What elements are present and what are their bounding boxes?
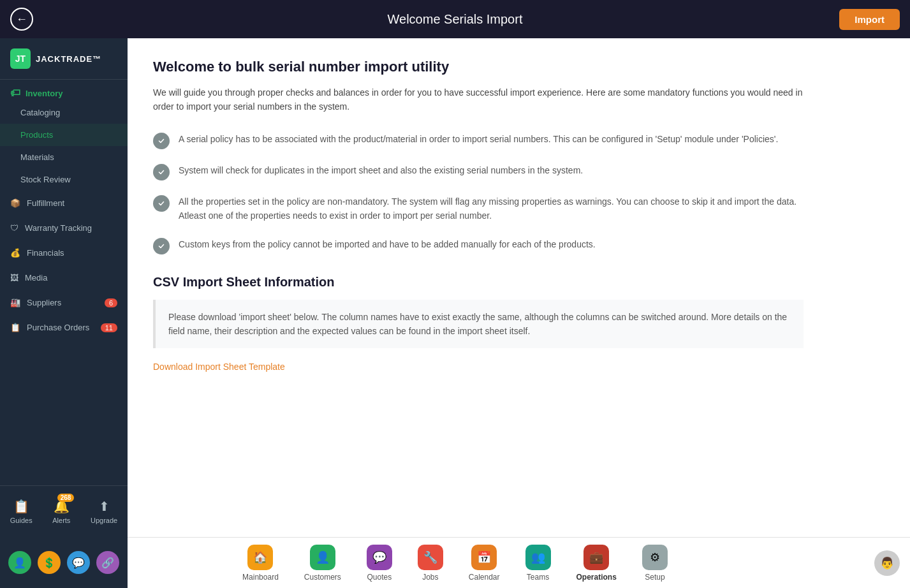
sidebar-item-stock-review[interactable]: Stock Review: [0, 168, 128, 191]
checklist-item-text-3: All the properties set in the policy are…: [179, 195, 804, 223]
svg-point-1: [157, 168, 166, 177]
upgrade-icon: ⬆: [99, 499, 110, 514]
content-inner: Welcome to bulk serial number import uti…: [128, 38, 829, 393]
main-layout: JT JACKTRADE™ 🏷 Inventory Cataloging Pro…: [0, 38, 910, 537]
logo-text: JACKTRADE™: [36, 54, 101, 64]
bottom-share-icon[interactable]: 🔗: [96, 551, 119, 574]
user-avatar[interactable]: 👨: [874, 550, 900, 576]
csv-desc: Please download 'import sheet' below. Th…: [153, 300, 804, 349]
checklist-item-text-1: A serial policy has to be associated wit…: [179, 132, 778, 146]
checklist-item-3: All the properties set in the policy are…: [153, 195, 804, 223]
teams-icon: 👥: [525, 545, 551, 570]
alerts-button[interactable]: 🔔 268 Alerts: [47, 496, 75, 527]
bottom-chat-icon[interactable]: 💬: [67, 551, 90, 574]
media-icon: 🖼: [10, 273, 18, 283]
nav-item-operations[interactable]: 💼 Operations: [564, 540, 629, 587]
sidebar-item-suppliers[interactable]: 🏭 Suppliers 6: [0, 290, 128, 315]
jobs-icon: 🔧: [418, 545, 443, 570]
fulfillment-icon: 📦: [10, 198, 20, 208]
sidebar-item-inventory[interactable]: 🏷 Inventory: [0, 80, 128, 101]
mainboard-label: Mainboard: [242, 573, 279, 582]
sidebar: JT JACKTRADE™ 🏷 Inventory Cataloging Pro…: [0, 38, 128, 537]
bottom-dollar-icon[interactable]: 💲: [38, 551, 61, 574]
calendar-label: Calendar: [469, 573, 500, 582]
back-button[interactable]: ←: [10, 8, 33, 31]
guides-icon: 📋: [13, 499, 29, 514]
mainboard-icon: 🏠: [247, 545, 273, 570]
customers-icon: 👤: [310, 545, 335, 570]
checklist-item-4: Custom keys from the policy cannot be im…: [153, 237, 804, 254]
sidebar-item-products[interactable]: Products: [0, 124, 128, 146]
sidebar-item-cataloging[interactable]: Cataloging: [0, 101, 128, 124]
nav-item-setup[interactable]: ⚙ Setup: [629, 540, 680, 587]
quotes-label: Quotes: [367, 573, 392, 582]
teams-label: Teams: [527, 573, 549, 582]
sidebar-item-materials[interactable]: Materials: [0, 146, 128, 168]
calendar-icon: 📅: [471, 545, 497, 570]
svg-point-2: [157, 199, 166, 208]
setup-icon: ⚙: [642, 545, 668, 570]
nav-item-calendar[interactable]: 📅 Calendar: [456, 540, 513, 587]
inventory-icon: 🏷: [10, 87, 20, 99]
checklist-item-text-2: System will check for duplicates in the …: [179, 163, 583, 177]
customers-label: Customers: [304, 573, 341, 582]
checklist-item-text-4: Custom keys from the policy cannot be im…: [179, 237, 596, 251]
sidebar-item-financials[interactable]: 💰 Financials: [0, 240, 128, 265]
warranty-icon: 🛡: [10, 223, 18, 233]
nav-item-quotes[interactable]: 💬 Quotes: [354, 540, 405, 587]
svg-point-0: [157, 136, 166, 145]
check-icon-4: [153, 238, 170, 254]
welcome-desc: We will guide you through proper checks …: [153, 85, 804, 114]
sidebar-item-warranty-tracking[interactable]: 🛡 Warranty Tracking: [0, 216, 128, 240]
operations-icon: 💼: [583, 545, 609, 570]
nav-item-teams[interactable]: 👥 Teams: [513, 540, 564, 587]
svg-point-3: [157, 242, 166, 251]
suppliers-badge: 6: [105, 298, 117, 307]
nav-item-mainboard[interactable]: 🏠 Mainboard: [230, 540, 291, 587]
nav-item-jobs[interactable]: 🔧 Jobs: [405, 540, 456, 587]
sidebar-logo: JT JACKTRADE™: [0, 38, 128, 80]
page-title: Welcome Serials Import: [388, 12, 523, 27]
top-header: ← Welcome Serials Import Import: [0, 0, 910, 38]
sidebar-item-purchase-orders[interactable]: 📋 Purchase Orders 11: [0, 315, 128, 340]
nav-item-customers[interactable]: 👤 Customers: [291, 540, 354, 587]
checklist-item-1: A serial policy has to be associated wit…: [153, 132, 804, 149]
setup-label: Setup: [645, 573, 664, 582]
bottom-user-icon[interactable]: 👤: [8, 551, 31, 574]
download-template-link[interactable]: Download Import Sheet Template: [153, 362, 285, 372]
purchase-orders-icon: 📋: [10, 323, 20, 332]
operations-label: Operations: [576, 573, 617, 582]
check-icon-1: [153, 133, 170, 149]
checklist-item-2: System will check for duplicates in the …: [153, 163, 804, 180]
bottom-nav: 👤 💲 💬 🔗 🏠 Mainboard 👤 Customers 💬 Quotes…: [0, 537, 910, 588]
financials-icon: 💰: [10, 248, 20, 258]
bottom-left-icons: 👤 💲 💬 🔗: [0, 537, 128, 588]
checklist: A serial policy has to be associated wit…: [153, 132, 804, 254]
purchase-orders-badge: 11: [101, 323, 117, 332]
sidebar-inventory-label: Inventory: [26, 89, 63, 98]
suppliers-icon: 🏭: [10, 298, 20, 307]
jobs-label: Jobs: [422, 573, 438, 582]
sidebar-item-fulfillment[interactable]: 📦 Fulfillment: [0, 191, 128, 216]
welcome-heading: Welcome to bulk serial number import uti…: [153, 59, 804, 75]
content-area: Welcome to bulk serial number import uti…: [128, 38, 910, 537]
sidebar-item-media[interactable]: 🖼 Media: [0, 265, 128, 290]
quotes-icon: 💬: [367, 545, 392, 570]
upgrade-button[interactable]: ⬆ Upgrade: [85, 496, 122, 527]
import-button[interactable]: Import: [839, 9, 900, 30]
guides-button[interactable]: 📋 Guides: [5, 496, 38, 527]
logo-icon: JT: [10, 48, 31, 69]
check-icon-3: [153, 195, 170, 212]
alerts-badge: 268: [57, 494, 75, 502]
sidebar-bottom: 📋 Guides 🔔 268 Alerts ⬆ Upgrade: [0, 485, 128, 537]
check-icon-2: [153, 164, 170, 180]
csv-heading: CSV Import Sheet Information: [153, 275, 804, 290]
